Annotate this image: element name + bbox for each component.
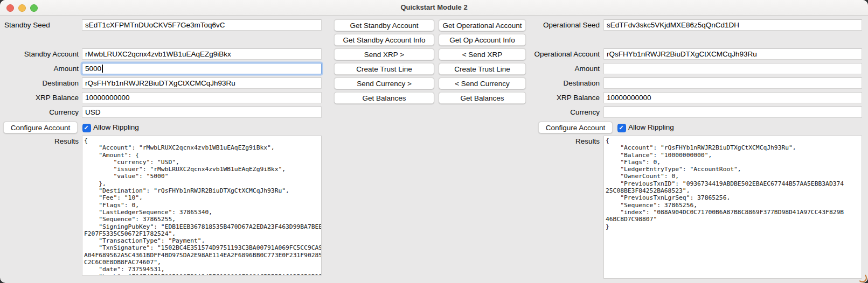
operational-destination-label: Destination [517, 77, 600, 89]
standby-amount-input[interactable]: 5000 [82, 63, 322, 74]
operational-results-label: Results [517, 136, 600, 147]
get-op-account-info-button[interactable]: Get Op Account Info [439, 34, 526, 46]
standby-account-input[interactable]: rMwbLRUXC2qcnx4zvb1WB1uEAqEZg9iBkx [82, 48, 322, 60]
standby-results-textarea[interactable]: { "Account": "rMwbLRUXC2qcnx4zvb1WB1uEAq… [82, 136, 322, 275]
standby-xrp-balance-input[interactable]: 10000000000 [82, 92, 322, 103]
standby-configure-account-button[interactable]: Configure Account [3, 122, 78, 133]
send-currency-right-button[interactable]: Send Currency > [334, 77, 434, 89]
standby-seed-label: Standby Seed [4, 19, 79, 31]
get-standby-account-button[interactable]: Get Standby Account [334, 19, 434, 31]
operational-seed-label: Operational Seed [517, 19, 600, 31]
send-currency-left-button[interactable]: < Send Currency [439, 77, 526, 89]
operational-seed-input[interactable]: sEdTFdv3skc5VKjdMXE86z5qQnCd1DH [603, 19, 862, 31]
text-cursor [102, 65, 103, 73]
standby-allow-rippling-checkbox[interactable] [82, 124, 91, 132]
operational-currency-input[interactable] [603, 107, 862, 118]
standby-destination-input[interactable]: rQsFHYb1nRWJR2BiuDTXgCtXCMCqJh93Ru [82, 77, 322, 89]
standby-xrp-balance-label: XRP Balance [0, 92, 79, 103]
resize-grip-icon[interactable] [858, 273, 867, 282]
standby-currency-input[interactable]: USD [82, 107, 322, 118]
standby-account-label: Standby Account [0, 48, 79, 60]
operational-account-label: Operational Account [517, 48, 600, 60]
standby-get-balances-button[interactable]: Get Balances [334, 92, 434, 104]
standby-amount-label: Amount [0, 63, 79, 74]
operational-account-input[interactable]: rQsFHYb1nRWJR2BiuDTXgCtXCMCqJh93Ru [603, 48, 862, 60]
title-bar: Quickstart Module 2 [0, 0, 868, 16]
operational-xrp-balance-input[interactable]: 10000000000 [603, 92, 862, 103]
standby-amount-value: 5000 [85, 65, 101, 73]
standby-create-trust-line-button[interactable]: Create Trust Line [334, 63, 434, 75]
get-standby-account-info-button[interactable]: Get Standby Account Info [334, 34, 434, 46]
standby-results-label: Results [0, 136, 79, 147]
window-title: Quickstart Module 2 [0, 0, 868, 15]
standby-seed-input[interactable]: sEdT1cXFPMTnDUoCKV5F7Ge3mToq6vC [82, 19, 322, 31]
standby-currency-label: Currency [0, 107, 79, 118]
operational-configure-account-button[interactable]: Configure Account [538, 122, 613, 133]
app-window: Quickstart Module 2 Standby Seed sEdT1cX… [0, 0, 868, 283]
get-operational-account-button[interactable]: Get Operational Account [439, 19, 526, 31]
operational-allow-rippling-label: Allow Rippling [628, 122, 674, 133]
operational-amount-label: Amount [517, 63, 600, 74]
operational-destination-input[interactable] [603, 77, 862, 89]
operational-xrp-balance-label: XRP Balance [517, 92, 600, 103]
send-xrp-right-button[interactable]: Send XRP > [334, 48, 434, 60]
operational-amount-input[interactable] [603, 63, 862, 74]
operational-create-trust-line-button[interactable]: Create Trust Line [439, 63, 526, 75]
operational-allow-rippling-checkbox[interactable] [617, 124, 626, 132]
standby-destination-label: Destination [0, 77, 79, 89]
send-xrp-left-button[interactable]: < Send XRP [439, 48, 526, 60]
operational-currency-label: Currency [517, 107, 600, 118]
operational-results-textarea[interactable]: { "Account": "rQsFHYb1nRWJR2BiuDTXgCtXCM… [603, 136, 862, 279]
standby-allow-rippling-label: Allow Rippling [93, 122, 139, 133]
operational-get-balances-button[interactable]: Get Balances [439, 92, 526, 104]
